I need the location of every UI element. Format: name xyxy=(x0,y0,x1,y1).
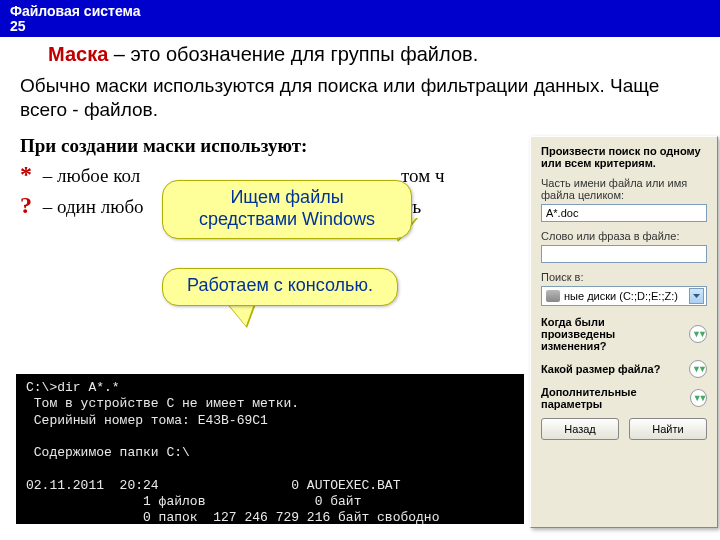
title-line2: 25 xyxy=(10,18,26,34)
disk-icon xyxy=(546,290,560,302)
intro-paragraph: Обычно маски используются для поиска или… xyxy=(20,74,700,122)
callout-tail xyxy=(228,304,254,326)
callout-console: Работаем с консолью. xyxy=(162,268,398,306)
more-params-label: Дополнительные параметры xyxy=(541,386,690,410)
callout-windows-search: Ищем файлы средствами Windows xyxy=(162,180,412,239)
heading-rest: – это обозначение для группы файлов. xyxy=(108,43,478,65)
back-button[interactable]: Назад xyxy=(541,418,619,440)
title-bar: Файловая система 25 xyxy=(0,0,720,37)
more-params-row[interactable]: Дополнительные параметры xyxy=(541,386,707,410)
find-button[interactable]: Найти xyxy=(629,418,707,440)
dropdown-icon[interactable] xyxy=(689,288,704,304)
search-in-value: ные диски (C:;D:;E:;Z:) xyxy=(564,290,678,302)
file-size-row[interactable]: Какой размер файла? xyxy=(541,360,707,378)
when-modified-row[interactable]: Когда были произведены изменения? xyxy=(541,316,707,352)
filename-label: Часть имени файла или имя файла целиком: xyxy=(541,177,707,201)
heading-term: Маска xyxy=(48,43,108,65)
when-modified-label: Когда были произведены изменения? xyxy=(541,316,681,352)
chevron-down-icon[interactable] xyxy=(689,360,707,378)
star-symbol: * xyxy=(20,161,38,188)
search-heading: Произвести поиск по одному или всем крит… xyxy=(541,145,707,169)
word-label: Слово или фраза в файле: xyxy=(541,230,707,242)
svg-marker-0 xyxy=(693,294,700,298)
console-output: C:\>dir A*.* Том в устройстве C не имеет… xyxy=(16,374,524,524)
filename-input[interactable] xyxy=(541,204,707,222)
file-size-label: Какой размер файла? xyxy=(541,363,660,375)
search-buttons: Назад Найти xyxy=(541,418,707,440)
heading: Маска – это обозначение для группы файло… xyxy=(48,43,700,66)
search-in-label: Поиск в: xyxy=(541,271,707,283)
chevron-down-icon[interactable] xyxy=(690,389,707,407)
question-symbol: ? xyxy=(20,192,38,219)
title-line1: Файловая система xyxy=(10,3,140,19)
search-in-select[interactable]: ные диски (C:;D:;E:;Z:) xyxy=(541,286,707,306)
search-panel: Произвести поиск по одному или всем крит… xyxy=(530,136,718,528)
chevron-down-icon[interactable] xyxy=(689,325,707,343)
word-input[interactable] xyxy=(541,245,707,263)
